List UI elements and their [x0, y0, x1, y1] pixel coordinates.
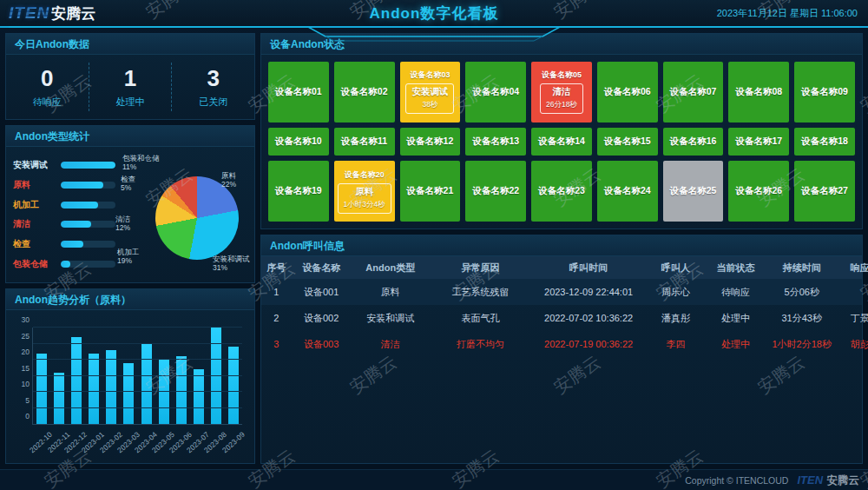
- trend-y-tick-label: 15: [10, 364, 30, 373]
- type-bar-list: 安装调试原料机加工清洁检查包装仓储: [13, 152, 115, 277]
- stat-item: 0待响应: [6, 65, 89, 109]
- device-card-name: 设备名称08: [735, 86, 782, 98]
- device-card-name: 设备名称22: [472, 185, 519, 197]
- type-bar-row: 安装调试: [13, 159, 115, 171]
- device-card-andon-type: 原料: [344, 186, 385, 198]
- call-table-cell: 2022-07-02 10:36:22: [531, 313, 645, 323]
- device-card[interactable]: 设备名称10: [268, 128, 329, 156]
- call-table-cell: 31分43秒: [766, 312, 838, 325]
- pie-slice-label: 原料22%: [221, 171, 236, 189]
- device-card-name: 设备名称14: [538, 136, 585, 148]
- call-table-row: 1设备001原料工艺系统残留2023-12-09 22:44:01周乐心待响应5…: [261, 279, 862, 305]
- trend-bar: [106, 350, 116, 424]
- device-card[interactable]: 设备名称09: [794, 62, 855, 122]
- footer-logo-cn: 安腾云: [827, 474, 860, 487]
- device-card-name: 设备名称11: [341, 136, 387, 148]
- call-table-cell: 5分06秒: [766, 286, 838, 299]
- device-card-name: 设备名称20: [345, 169, 385, 181]
- device-card[interactable]: 设备名称24: [597, 161, 658, 222]
- type-bar-label: 原料: [13, 179, 56, 191]
- type-bar-fill: [61, 182, 103, 189]
- type-bar-label: 检查: [13, 238, 56, 250]
- trend-bar: [71, 337, 82, 424]
- device-card[interactable]: 设备名称06: [597, 62, 658, 122]
- device-card[interactable]: 设备名称11: [334, 128, 395, 156]
- device-card[interactable]: 设备名称02: [334, 62, 395, 122]
- device-card[interactable]: 设备名称08: [728, 62, 789, 122]
- call-table-header-cell: 持续时间: [766, 262, 838, 275]
- device-card-duration: 26分18秒: [546, 100, 577, 110]
- device-card[interactable]: 设备名称22: [465, 161, 526, 222]
- device-card[interactable]: 设备名称16: [663, 128, 724, 156]
- device-card-duration: 1小时3分4秒: [344, 200, 385, 210]
- device-card[interactable]: 设备名称20原料1小时3分4秒: [334, 161, 395, 222]
- trend-gridline: [33, 327, 242, 328]
- trend-gridline: [33, 391, 242, 392]
- type-bar-fill: [61, 261, 70, 268]
- device-card[interactable]: 设备名称21: [400, 161, 461, 222]
- device-card[interactable]: 设备名称05清洁26分18秒: [531, 62, 592, 122]
- type-bar-label: 包装仓储: [13, 258, 56, 270]
- device-card[interactable]: 设备名称18: [794, 128, 855, 156]
- type-bar-track: [61, 182, 115, 189]
- trend-x-label: 2023-08: [211, 427, 221, 460]
- trend-y-tick-label: 25: [10, 332, 30, 341]
- device-card[interactable]: 设备名称04: [465, 62, 526, 122]
- call-table-cell: 2022-07-19 00:36:22: [531, 339, 645, 349]
- device-card-andon-type: 安装调试: [411, 86, 448, 98]
- call-table-cell: 丁景行: [838, 312, 868, 325]
- call-table-row: 3设备003清洁打磨不均匀2022-07-19 00:36:22李四处理中1小时…: [261, 331, 862, 357]
- trend-y-tick-label: 0: [10, 412, 30, 420]
- pie-slice-label: 机加工19%: [117, 248, 140, 265]
- device-card[interactable]: 设备名称26: [728, 161, 789, 222]
- trend-x-label: 2022-11: [53, 427, 63, 460]
- dashboard-screen: ITEN 安腾云 Andon数字化看板 2023年11月12日 星期日 11:0…: [0, 0, 868, 490]
- device-card[interactable]: 设备名称01: [268, 62, 329, 122]
- trend-bar: [89, 354, 99, 424]
- device-card[interactable]: 设备名称15: [597, 128, 658, 156]
- device-card-andon-type: 清洁: [546, 86, 577, 98]
- device-card[interactable]: 设备名称17: [728, 128, 789, 156]
- device-card[interactable]: 设备名称19: [268, 161, 329, 222]
- device-card[interactable]: 设备名称07: [663, 62, 724, 122]
- call-table-row: 2设备002安装和调试表面气孔2022-07-02 10:36:22潘真彤处理中…: [261, 305, 862, 331]
- trend-gridline: [33, 359, 242, 360]
- device-card[interactable]: 设备名称14: [531, 128, 592, 156]
- device-panel-title: 设备Andon状态: [261, 34, 862, 55]
- stat-value: 1: [89, 65, 172, 92]
- pie-slice-label: 检查5%: [121, 175, 135, 192]
- device-card-status-box: 清洁26分18秒: [540, 83, 583, 114]
- trend-x-label: 2023-09: [228, 427, 239, 460]
- call-table-cell: 李四: [646, 338, 706, 351]
- device-card[interactable]: 设备名称13: [465, 128, 526, 156]
- header-bar: ITEN 安腾云 Andon数字化看板 2023年11月12日 星期日 11:0…: [0, 0, 868, 28]
- device-card-name: 设备名称26: [735, 185, 782, 197]
- call-table-body: 1设备001原料工艺系统残留2023-12-09 22:44:01周乐心待响应5…: [261, 279, 862, 357]
- trend-bar: [54, 373, 64, 424]
- andon-type-stats-panel: Andon类型统计 安装调试原料机加工清洁检查包装仓储 原料22%安装和调试31…: [5, 125, 255, 283]
- device-card[interactable]: 设备名称12: [400, 128, 461, 156]
- device-card[interactable]: 设备名称23: [531, 161, 592, 222]
- call-table-header-cell: 当前状态: [706, 262, 766, 275]
- trend-gridline: [33, 407, 242, 408]
- left-column: 今日Andon数据 0待响应1处理中3已关闭 Andon类型统计 安装调试原料机…: [5, 33, 255, 464]
- device-card-name: 设备名称18: [801, 136, 848, 148]
- type-bar-track: [61, 202, 115, 209]
- device-card-name: 设备名称16: [670, 136, 717, 148]
- device-card-name: 设备名称15: [604, 136, 651, 148]
- call-table-cell: 清洁: [352, 338, 430, 351]
- andon-call-info-panel: Andon呼叫信息 序号设备名称Andon类型异常原因呼叫时间呼叫人当前状态持续…: [260, 235, 863, 464]
- call-table-cell: 胡彭霄: [838, 338, 868, 351]
- call-table-cell: 待响应: [706, 286, 766, 299]
- trend-x-label: 2023-01: [89, 427, 99, 460]
- call-table-cell: 表面气孔: [430, 312, 532, 325]
- device-card-name: 设备名称01: [275, 86, 322, 98]
- device-card[interactable]: 设备名称27: [794, 161, 855, 222]
- stat-label: 处理中: [89, 96, 172, 109]
- device-card-name: 设备名称10: [275, 136, 322, 148]
- device-card[interactable]: 设备名称03安装调试38秒: [400, 62, 461, 122]
- trend-y-tick-label: 5: [10, 396, 30, 405]
- device-card[interactable]: 设备名称25: [663, 161, 724, 222]
- call-table-cell: 工艺系统残留: [430, 286, 532, 299]
- device-card-name: 设备名称07: [670, 86, 717, 98]
